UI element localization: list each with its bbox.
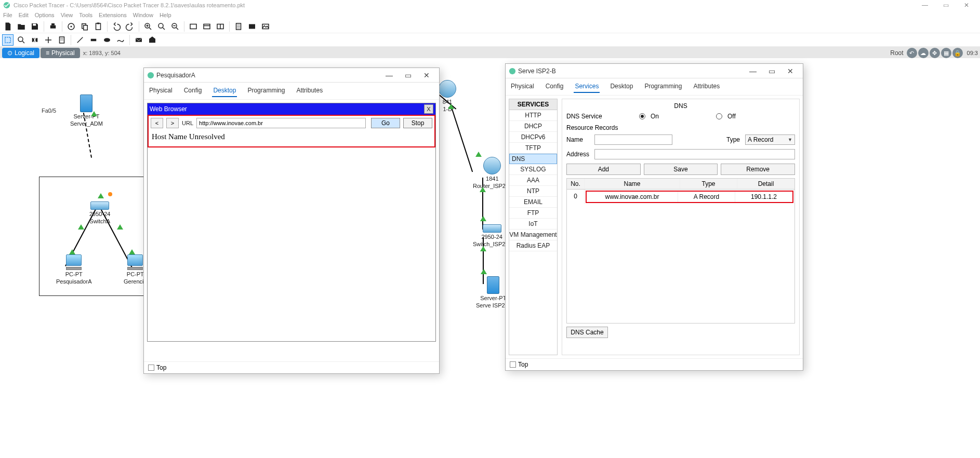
freeform-icon[interactable] [115, 34, 126, 46]
delete-icon[interactable] [29, 34, 41, 46]
tab-config[interactable]: Config [545, 80, 565, 93]
menu-tools[interactable]: Tools [79, 12, 92, 18]
select-tool-icon[interactable] [2, 34, 14, 46]
tab-desktop[interactable]: Desktop [212, 85, 237, 97]
dns-on-radio[interactable] [639, 113, 645, 119]
service-dhcpv6[interactable]: DHCPv6 [509, 132, 557, 143]
zoom-out-icon[interactable] [169, 21, 181, 32]
list1-icon[interactable] [233, 21, 244, 32]
menu-view[interactable]: View [61, 12, 73, 18]
panel1-icon[interactable] [201, 21, 213, 32]
service-email[interactable]: EMAIL [509, 197, 557, 208]
tab-programming[interactable]: Programming [643, 80, 683, 93]
redo-icon[interactable] [124, 21, 136, 32]
close-button[interactable]: ✕ [956, 0, 977, 10]
top-checkbox[interactable] [148, 365, 154, 371]
service-iot[interactable]: IoT [509, 219, 557, 230]
stop-button[interactable]: Stop [403, 118, 432, 128]
workspace-canvas[interactable]: Fa0/5 Server-PT Server_ADM 2950-24 Switc… [0, 58, 980, 458]
resize-icon[interactable] [43, 34, 54, 46]
service-ntp[interactable]: NTP [509, 186, 557, 197]
col-no[interactable]: No. [567, 179, 585, 189]
service-aaa[interactable]: AAA [509, 175, 557, 186]
tab-attributes[interactable]: Attributes [692, 80, 721, 93]
service-tftp[interactable]: TFTP [509, 143, 557, 154]
browser-forward-button[interactable]: > [166, 118, 179, 128]
menu-options[interactable]: Options [35, 12, 55, 18]
dialog-serve-isp2b[interactable]: Serve ISP2-B — ▭ ✕ Physical Config Servi… [505, 63, 803, 371]
address-input[interactable] [594, 149, 795, 159]
remove-button[interactable]: Remove [721, 164, 795, 175]
save-icon[interactable] [29, 21, 41, 32]
tab-services[interactable]: Services [574, 80, 600, 93]
type-select[interactable]: A Record ▼ [745, 134, 795, 145]
dialog-close[interactable]: ✕ [417, 69, 436, 82]
nav-bg-icon[interactable]: ▦ [941, 48, 951, 58]
col-detail[interactable]: Detail [737, 179, 794, 189]
undo-icon[interactable] [111, 21, 122, 32]
copy-icon[interactable] [79, 21, 90, 32]
dialog-maximize[interactable]: ▭ [762, 65, 781, 77]
nav-move-icon[interactable]: ✥ [930, 48, 940, 58]
panel2-icon[interactable] [215, 21, 226, 32]
device-server-adm[interactable]: Server-PT Server_ADM [70, 95, 103, 127]
menu-edit[interactable]: Edit [19, 12, 29, 18]
top-checkbox[interactable] [510, 361, 516, 368]
row0-no[interactable]: 0 [567, 190, 585, 204]
add-button[interactable]: Add [566, 164, 641, 175]
zoom-in-icon[interactable] [142, 21, 154, 32]
line-icon[interactable] [74, 34, 86, 46]
list2-icon[interactable] [246, 21, 258, 32]
url-input[interactable] [196, 118, 366, 128]
print-icon[interactable] [47, 21, 59, 32]
pic-icon[interactable] [260, 21, 271, 32]
dns-off-radio[interactable] [716, 113, 722, 119]
envelope-open-icon[interactable] [147, 34, 158, 46]
ellipse-icon[interactable] [101, 34, 113, 46]
dialog-titlebar[interactable]: PesquisadorA — ▭ ✕ [144, 68, 439, 83]
dialog-minimize[interactable]: — [380, 69, 399, 82]
menu-help[interactable]: Help [160, 12, 171, 18]
tab-physical[interactable]: Physical [510, 80, 535, 93]
name-input[interactable] [594, 134, 672, 145]
tab-config[interactable]: Config [183, 85, 203, 97]
rect-shape-icon[interactable] [88, 34, 99, 46]
service-radius-eap[interactable]: Radius EAP [509, 240, 557, 251]
menu-extensions[interactable]: Extensions [99, 12, 127, 18]
dns-cache-button[interactable]: DNS Cache [566, 327, 608, 338]
nav-lock-icon[interactable]: 🔒 [952, 48, 963, 58]
tab-programming[interactable]: Programming [246, 85, 286, 97]
dialog-pesquisadora[interactable]: PesquisadorA — ▭ ✕ Physical Config Deskt… [143, 68, 440, 374]
open-icon[interactable] [16, 21, 27, 32]
device-pesquisadora[interactable]: PC-PT PesquisadorA [56, 254, 92, 285]
go-button[interactable]: Go [371, 118, 400, 128]
service-ftp[interactable]: FTP [509, 208, 557, 219]
col-name[interactable]: Name [585, 179, 680, 189]
minimize-button[interactable]: — [915, 0, 935, 10]
nav-back-icon[interactable]: ↶ [907, 48, 917, 58]
zoom-reset-icon[interactable] [156, 21, 167, 32]
envelope-closed-icon[interactable] [133, 34, 144, 46]
device-switcha[interactable]: 2950-24 SwitchA [89, 201, 110, 224]
root-label[interactable]: Root [890, 49, 903, 57]
service-dhcp[interactable]: DHCP [509, 121, 557, 132]
dialog-titlebar[interactable]: Serve ISP2-B — ▭ ✕ [506, 64, 803, 78]
nav-cloud-icon[interactable]: ☁ [918, 48, 929, 58]
menu-file[interactable]: File [3, 12, 12, 18]
service-http[interactable]: HTTP [509, 110, 557, 121]
menu-window[interactable]: Window [133, 12, 153, 18]
service-dns[interactable]: DNS [509, 154, 557, 164]
service-syslog[interactable]: SYSLOG [509, 164, 557, 175]
tab-attributes[interactable]: Attributes [295, 85, 324, 97]
new-file-icon[interactable] [2, 21, 14, 32]
maximize-button[interactable]: ▭ [935, 0, 956, 10]
dialog-minimize[interactable]: — [744, 65, 762, 77]
service-vm-management[interactable]: VM Management [509, 230, 557, 240]
physical-view-button[interactable]: ≡ Physical [41, 48, 80, 58]
logical-view-button[interactable]: ⊙ Logical [2, 48, 39, 58]
save-button[interactable]: Save [644, 164, 718, 175]
dialog-maximize[interactable]: ▭ [399, 69, 417, 82]
paste-icon[interactable] [92, 21, 104, 32]
tab-desktop[interactable]: Desktop [609, 80, 634, 93]
dialog-close[interactable]: ✕ [781, 65, 800, 77]
